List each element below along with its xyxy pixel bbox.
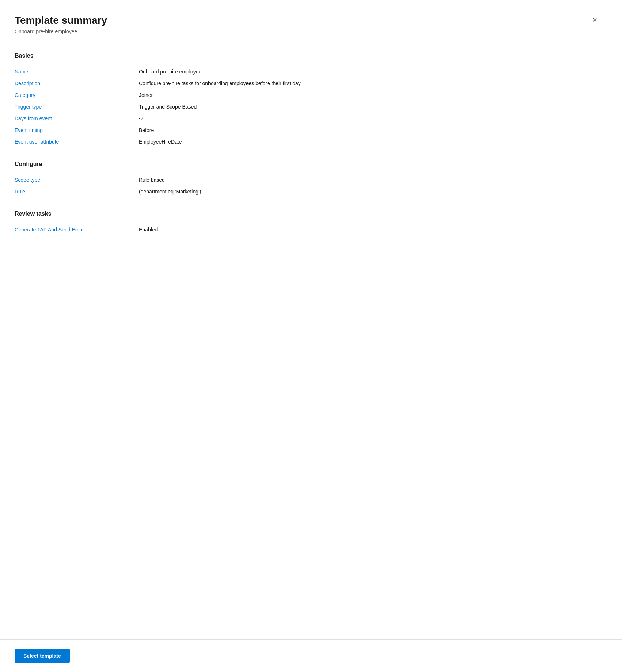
- field-row-name: Name Onboard pre-hire employee: [15, 66, 600, 78]
- field-row-category: Category Joiner: [15, 89, 600, 101]
- title-group: Template summary Onboard pre-hire employ…: [15, 15, 107, 34]
- footer: Select template: [0, 639, 622, 672]
- field-value-name: Onboard pre-hire employee: [139, 69, 600, 75]
- panel-subtitle: Onboard pre-hire employee: [15, 29, 107, 34]
- configure-section: Configure Scope type Rule based Rule (de…: [15, 161, 600, 197]
- field-value-trigger-type: Trigger and Scope Based: [139, 104, 600, 110]
- field-row-days-from-event: Days from event -7: [15, 113, 600, 124]
- field-row-event-timing: Event timing Before: [15, 124, 600, 136]
- field-label-description: Description: [15, 80, 132, 86]
- field-label-days-from-event: Days from event: [15, 116, 132, 121]
- field-value-description: Configure pre-hire tasks for onboarding …: [139, 80, 600, 86]
- field-row-event-user-attribute: Event user attribute EmployeeHireDate: [15, 136, 600, 148]
- review-tasks-section-title: Review tasks: [15, 211, 600, 217]
- field-row-trigger-type: Trigger type Trigger and Scope Based: [15, 101, 600, 113]
- field-label-name: Name: [15, 69, 132, 75]
- basics-section: Basics Name Onboard pre-hire employee De…: [15, 53, 600, 148]
- field-label-category: Category: [15, 92, 132, 98]
- field-label-rule: Rule: [15, 189, 132, 195]
- field-row-description: Description Configure pre-hire tasks for…: [15, 78, 600, 89]
- panel-title: Template summary: [15, 15, 107, 26]
- field-value-event-user-attribute: EmployeeHireDate: [139, 139, 600, 145]
- configure-section-title: Configure: [15, 161, 600, 167]
- basics-section-title: Basics: [15, 53, 600, 59]
- field-value-category: Joiner: [139, 92, 600, 98]
- field-value-scope-type: Rule based: [139, 177, 600, 183]
- review-tasks-section: Review tasks Generate TAP And Send Email…: [15, 211, 600, 235]
- field-label-event-timing: Event timing: [15, 127, 132, 133]
- field-value-event-timing: Before: [139, 127, 600, 133]
- template-summary-panel: Template summary Onboard pre-hire employ…: [0, 0, 622, 672]
- select-template-button[interactable]: Select template: [15, 649, 70, 663]
- field-label-event-user-attribute: Event user attribute: [15, 139, 132, 145]
- field-row-rule: Rule (department eq 'Marketing'): [15, 186, 600, 197]
- close-button[interactable]: ×: [590, 15, 600, 25]
- field-value-generate-tap: Enabled: [139, 227, 600, 233]
- field-row-scope-type: Scope type Rule based: [15, 174, 600, 186]
- field-row-generate-tap: Generate TAP And Send Email Enabled: [15, 224, 600, 235]
- field-label-trigger-type: Trigger type: [15, 104, 132, 110]
- field-label-generate-tap: Generate TAP And Send Email: [15, 227, 132, 233]
- field-value-days-from-event: -7: [139, 116, 600, 121]
- panel-header: Template summary Onboard pre-hire employ…: [15, 15, 600, 34]
- field-value-rule: (department eq 'Marketing'): [139, 189, 600, 195]
- field-label-scope-type: Scope type: [15, 177, 132, 183]
